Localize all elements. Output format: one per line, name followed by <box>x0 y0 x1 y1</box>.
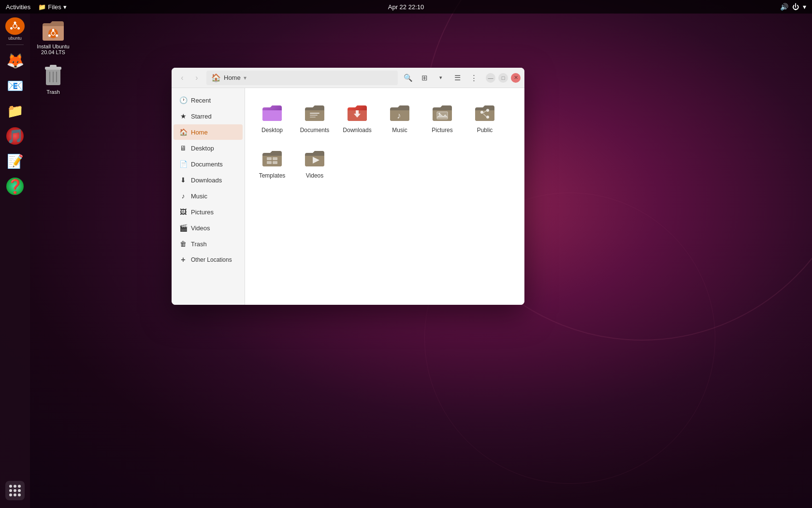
folder-grid: Desktop Documents <box>253 96 517 183</box>
search-button[interactable]: 🔍 <box>401 71 415 85</box>
dock-item-thunderbird[interactable]: 📧 <box>3 74 27 97</box>
dock-item-files[interactable]: 📁 <box>3 99 27 122</box>
folder-music-icon: ♪ <box>387 100 412 125</box>
folder-public[interactable]: Public <box>465 96 504 137</box>
folder-templates-icon <box>260 145 285 170</box>
power-icon[interactable]: ⏻ <box>792 3 799 11</box>
desktop-icon-trash[interactable]: Trash <box>34 63 72 95</box>
starred-icon: ★ <box>179 112 187 120</box>
sidebar-label-home: Home <box>191 129 208 136</box>
sidebar-item-home[interactable]: 🏠 Home <box>174 124 243 140</box>
desktop-icon-ubuntu-install[interactable]: Install Ubuntu 20.04 LTS <box>34 17 72 55</box>
folder-desktop[interactable]: Desktop <box>253 96 291 137</box>
pictures-icon: 🖼 <box>179 208 187 216</box>
folder-videos-icon <box>302 145 327 170</box>
topbar-datetime: Apr 22 22:10 <box>388 3 424 11</box>
dot <box>18 489 21 492</box>
fm-body: 🕐 Recent ★ Starred 🏠 Home 🖥 Desktop 📄 Do <box>172 88 524 305</box>
folder-public-label: Public <box>477 127 493 134</box>
dock-item-help[interactable]: ❓ <box>3 175 27 198</box>
sidebar-item-other-locations[interactable]: + Other Locations <box>174 252 243 268</box>
sidebar-item-documents[interactable]: 📄 Documents <box>174 156 243 172</box>
svg-rect-17 <box>310 115 318 116</box>
folder-music[interactable]: ♪ Music <box>380 96 419 137</box>
dot <box>9 485 12 488</box>
videos-icon: 🎬 <box>179 224 187 232</box>
sidebar-label-trash: Trash <box>191 240 207 248</box>
rhythmbox-icon: 🎵 <box>6 127 24 145</box>
topbar: Activities 📁 Files ▾ Apr 22 22:10 🔊 ⏻ ▾ <box>0 0 812 14</box>
dock-divider-1 <box>6 45 24 45</box>
forward-button[interactable]: › <box>190 71 203 85</box>
sidebar: 🕐 Recent ★ Starred 🏠 Home 🖥 Desktop 📄 Do <box>172 88 245 305</box>
close-button[interactable]: ✕ <box>511 73 521 83</box>
fm-content: Desktop Documents <box>245 88 524 305</box>
settings-icon[interactable]: ▾ <box>803 3 806 11</box>
sidebar-label-desktop: Desktop <box>191 145 214 152</box>
dock-label-ubuntu: ubuntu <box>8 36 22 41</box>
home-icon: 🏠 <box>179 128 187 136</box>
sidebar-label-other-locations: Other Locations <box>191 256 232 263</box>
activities-button[interactable]: Activities <box>6 3 30 11</box>
view-list-button[interactable]: ☰ <box>450 71 464 85</box>
sidebar-item-starred[interactable]: ★ Starred <box>174 108 243 124</box>
svg-point-6 <box>52 29 55 31</box>
folder-pictures-icon <box>430 100 455 125</box>
sidebar-item-recent[interactable]: 🕐 Recent <box>174 92 243 108</box>
files-dock-icon: 📁 <box>5 101 25 120</box>
svg-rect-12 <box>50 65 57 68</box>
folder-documents-label: Documents <box>300 127 330 134</box>
ubuntu-logo-icon <box>5 17 25 35</box>
dock-item-writer[interactable]: 📝 <box>3 149 27 173</box>
show-apps-button[interactable] <box>3 481 27 504</box>
files-menu-folder-icon: 📁 <box>38 3 46 11</box>
location-title: Home <box>224 74 241 81</box>
file-manager-window: ‹ › 🏠 Home ▾ 🔍 ⊞ ▾ ☰ ⋮ — □ ✕ 🕐 Recent <box>172 68 524 305</box>
dot <box>14 493 16 496</box>
help-icon: ❓ <box>6 178 24 195</box>
sidebar-item-music[interactable]: ♪ Music <box>174 188 243 204</box>
firefox-icon: 🦊 <box>5 51 25 70</box>
svg-text:♪: ♪ <box>397 111 401 120</box>
titlebar-actions: 🔍 ⊞ ▾ ☰ ⋮ <box>401 71 481 85</box>
dock-item-ubuntu[interactable]: ubuntu <box>3 17 27 41</box>
menu-button[interactable]: ⋮ <box>466 71 481 85</box>
back-button[interactable]: ‹ <box>175 71 189 85</box>
view-grid-dropdown-button[interactable]: ▾ <box>434 71 448 85</box>
files-menu[interactable]: 📁 Files ▾ <box>38 3 66 11</box>
folder-downloads-icon <box>345 100 370 125</box>
minimize-button[interactable]: — <box>486 73 495 83</box>
location-bar[interactable]: 🏠 Home ▾ <box>206 71 398 85</box>
sidebar-item-desktop[interactable]: 🖥 Desktop <box>174 140 243 156</box>
view-grid-button[interactable]: ⊞ <box>417 71 432 85</box>
sidebar-item-videos[interactable]: 🎬 Videos <box>174 220 243 236</box>
volume-icon[interactable]: 🔊 <box>780 3 788 11</box>
files-menu-label: Files <box>48 3 61 11</box>
dock: ubuntu 🦊 📧 📁 🎵 📝 ❓ <box>0 14 30 508</box>
sidebar-label-pictures: Pictures <box>191 209 214 216</box>
folder-desktop-icon <box>260 100 285 125</box>
folder-documents[interactable]: Documents <box>295 96 334 137</box>
desktop-icon-sidebar: 🖥 <box>179 144 187 152</box>
svg-point-24 <box>486 109 489 112</box>
sidebar-item-trash[interactable]: 🗑 Trash <box>174 236 243 252</box>
folder-pictures[interactable]: Pictures <box>423 96 462 137</box>
folder-downloads-label: Downloads <box>343 127 371 134</box>
folder-videos[interactable]: Videos <box>295 141 334 183</box>
maximize-button[interactable]: □ <box>498 73 508 83</box>
show-apps-icon <box>5 481 25 500</box>
folder-templates[interactable]: Templates <box>253 141 291 183</box>
other-locations-icon: + <box>179 256 187 264</box>
desktop-icons: Install Ubuntu 20.04 LTS Trash <box>34 17 72 95</box>
folder-downloads[interactable]: Downloads <box>338 96 377 137</box>
sidebar-item-pictures[interactable]: 🖼 Pictures <box>174 204 243 220</box>
sidebar-item-downloads[interactable]: ⬇ Downloads <box>174 172 243 188</box>
folder-music-label: Music <box>392 127 407 134</box>
dock-item-rhythmbox[interactable]: 🎵 <box>3 124 27 148</box>
dot <box>9 489 12 492</box>
documents-icon: 📄 <box>179 160 187 168</box>
sidebar-label-documents: Documents <box>191 161 223 168</box>
svg-rect-30 <box>267 161 272 164</box>
sidebar-label-videos: Videos <box>191 224 210 232</box>
dock-item-firefox[interactable]: 🦊 <box>3 49 27 72</box>
